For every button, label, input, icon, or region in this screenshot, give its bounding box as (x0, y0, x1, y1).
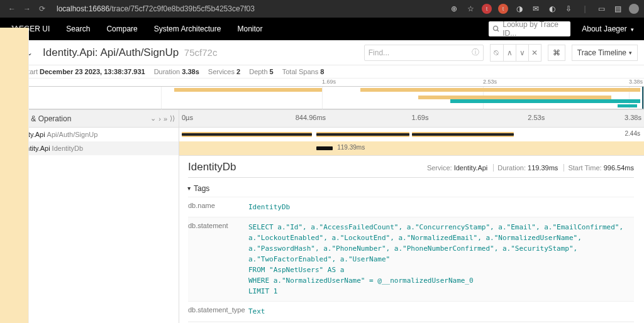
columns-header: Service & Operation ⌄ › » ⟩⟩ 0µs 844.96m… (0, 110, 644, 128)
tag-row[interactable]: db.statement_type Text (188, 301, 634, 321)
span-tree: ⌄ Identity.Api Api/Auth/SignUp Identity.… (0, 128, 179, 323)
minimap-span (360, 88, 450, 92)
devices-icon[interactable]: ▭ (596, 4, 606, 14)
detail-duration: 119.39ms (528, 164, 558, 172)
span-bar[interactable] (316, 146, 333, 150)
trace-title: Identity.Api: Api/Auth/SignUp 75cf72c (43, 47, 217, 59)
trace-meta: Trace Start December 23 2023, 13:38:37.9… (0, 65, 644, 79)
tag-row[interactable]: db.statement SELECT a."Id", a."AccessFai… (188, 217, 634, 301)
browser-toolbar: ← → ⟳ localhost:16686/trace/75cf72c9f0e8… (0, 0, 644, 18)
gamepad-icon[interactable]: ◐ (547, 4, 557, 14)
svg-line-1 (497, 30, 499, 32)
address-bar[interactable]: localhost:16686/trace/75cf72c9f0e8bd39b5… (57, 4, 255, 13)
minimap-span (450, 88, 640, 92)
timeline-row-selected[interactable]: 119.39ms (179, 141, 644, 155)
ruler-tick: 3.38s (625, 114, 641, 121)
url-path: /trace/75cf72c9f0e8bd39b5cf5b4253ce7f03 (109, 4, 255, 13)
profile-avatar[interactable] (629, 4, 639, 14)
collapse-one-button[interactable]: » (164, 115, 167, 123)
svg-point-0 (494, 26, 498, 31)
minimap-span (618, 104, 637, 107)
lookup-placeholder: Lookup by Trace ID... (502, 20, 567, 38)
find-up-button[interactable]: ∧ (503, 45, 516, 61)
view-switch[interactable]: Trace Timeline ▾ (572, 45, 638, 61)
nav-monitor[interactable]: Monitor (237, 25, 262, 33)
divider: | (580, 4, 590, 14)
span-timeline: 2.44s 119.39ms IdentityDb Service: Ident… (179, 128, 644, 323)
find-down-button[interactable]: ∨ (516, 45, 528, 61)
chevron-down-icon: ▾ (629, 50, 632, 56)
tag-row[interactable]: db.name IdentityDb (188, 197, 634, 217)
ruler-tick: 2.53s (528, 114, 545, 121)
caret-down-icon: ▸ (186, 187, 193, 190)
keyboard-shortcut-button[interactable]: ⌘ (548, 45, 565, 61)
mail-icon[interactable]: ✉ (531, 4, 541, 14)
find-nav-controls: ⦰ ∧ ∨ ✕ (490, 44, 541, 62)
ruler-tick: 0µs (182, 114, 193, 121)
clear-icon[interactable]: ⓘ (472, 47, 479, 58)
collapse-all-button[interactable]: ⌄ (150, 114, 156, 123)
expand-all-button[interactable]: ⟩⟩ (170, 114, 175, 123)
detail-title: IdentityDb (188, 161, 236, 173)
about-jaeger-menu[interactable]: About Jaeger ▾ (582, 25, 634, 33)
span-detail-panel: IdentityDb Service: Identity.Api Duratio… (179, 155, 644, 323)
find-clear-button[interactable]: ⦰ (491, 45, 503, 61)
tick: 3.38s (629, 79, 643, 85)
expand-one-button[interactable]: › (158, 115, 161, 123)
detail-start: 996.54ms (604, 164, 634, 172)
detail-service: Identity.Api (454, 164, 488, 172)
find-cancel-button[interactable]: ✕ (528, 45, 541, 61)
jaeger-nav: JAEGER UI Search Compare System Architec… (0, 18, 644, 40)
search-icon (492, 25, 500, 33)
bookmark-icon[interactable]: ☆ (465, 4, 475, 14)
trace-header: ← ⌄ Identity.Api: Api/Auth/SignUp 75cf72… (0, 40, 644, 65)
trace-minimap[interactable]: 0µs 1.69s 2.53s 3.38s (0, 79, 644, 110)
download-icon[interactable]: ⇩ (564, 4, 574, 14)
timeline-row[interactable]: 2.44s (179, 128, 644, 141)
tags-accordion-header[interactable]: ▸ Tags (188, 182, 634, 197)
tick: 2.53s (483, 79, 497, 85)
share-icon[interactable]: ⊕ (449, 4, 459, 14)
nav-compare[interactable]: Compare (106, 25, 137, 33)
minimap-canvas[interactable] (0, 86, 644, 109)
ruler-tick: 1.69s (412, 114, 429, 121)
minimap-span (450, 99, 640, 103)
lookup-trace-input[interactable]: Lookup by Trace ID... (489, 21, 570, 36)
forward-icon[interactable]: → (20, 2, 34, 16)
tick: 1.69s (322, 79, 336, 85)
find-input[interactable]: Find... ⓘ (364, 45, 484, 61)
panel-icon[interactable]: ▤ (613, 4, 623, 14)
reload-icon[interactable]: ⟳ (35, 2, 49, 16)
ruler-tick: 844.96ms (296, 114, 326, 121)
nav-search[interactable]: Search (66, 25, 90, 33)
nav-architecture[interactable]: System Architecture (154, 25, 221, 33)
chevron-down-icon: ▾ (631, 26, 634, 33)
back-icon[interactable]: ← (5, 2, 19, 16)
apps-icon[interactable]: ◑ (514, 4, 525, 14)
extension-icon[interactable]: t (482, 4, 492, 14)
url-host: localhost:16686 (57, 4, 109, 13)
minimap-span (174, 88, 322, 92)
span-duration: 2.44s (625, 130, 640, 137)
extension-icon[interactable]: t (498, 4, 508, 14)
span-duration: 119.39ms (337, 144, 365, 151)
